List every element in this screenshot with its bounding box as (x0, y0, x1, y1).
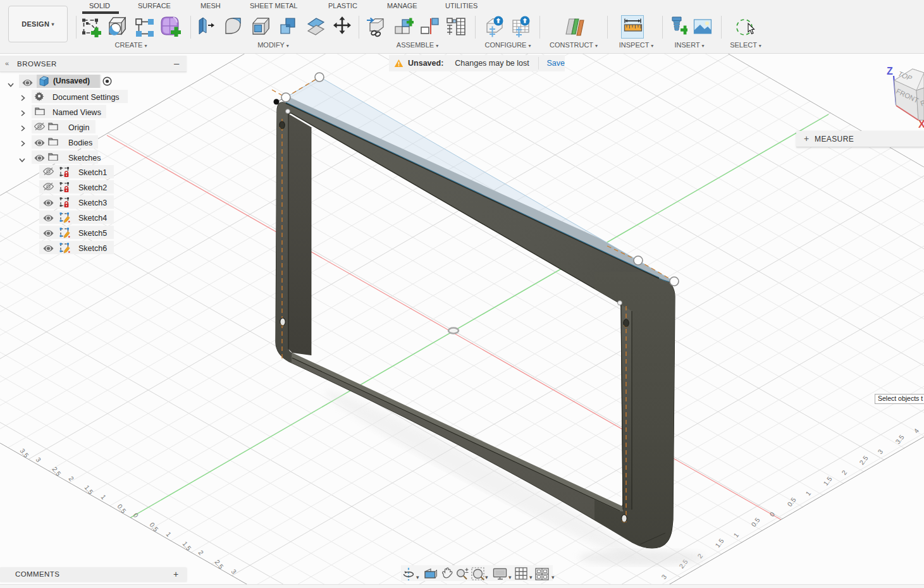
svg-text:3: 3 (34, 456, 42, 463)
svg-text:1: 1 (804, 489, 812, 497)
svg-text:3: 3 (876, 448, 884, 455)
svg-text:0.5: 0.5 (116, 503, 128, 515)
svg-text:3.5: 3.5 (18, 447, 30, 459)
svg-text:2.5: 2.5 (213, 558, 225, 570)
svg-text:1: 1 (164, 530, 173, 538)
svg-text:Z: Z (887, 66, 893, 77)
svg-text:1.5: 1.5 (83, 484, 95, 496)
svg-text:0.5: 0.5 (785, 496, 798, 508)
svg-text:X: X (918, 119, 924, 130)
svg-text:0: 0 (132, 511, 140, 519)
svg-text:0.5: 0.5 (749, 516, 761, 528)
svg-text:0: 0 (768, 510, 776, 518)
svg-text:2.5: 2.5 (51, 465, 63, 477)
svg-text:1.5: 1.5 (181, 540, 193, 552)
svg-text:0.5: 0.5 (148, 521, 160, 533)
svg-text:2.5: 2.5 (858, 454, 870, 466)
svg-text:1.5: 1.5 (713, 537, 725, 549)
svg-text:2: 2 (840, 469, 848, 476)
svg-text:2: 2 (197, 549, 205, 556)
svg-text:3: 3 (660, 573, 668, 580)
svg-text:1: 1 (99, 493, 108, 501)
